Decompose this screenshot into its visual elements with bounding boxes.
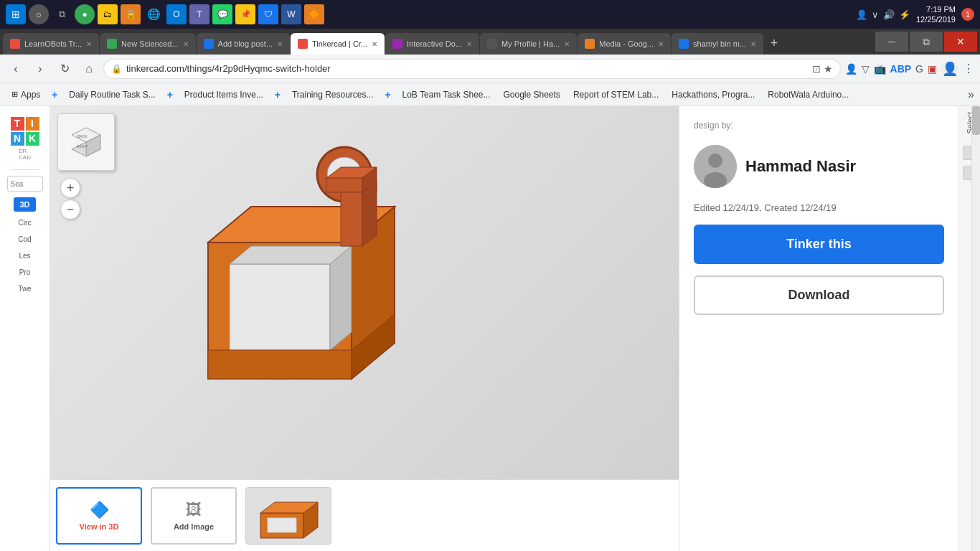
tab-scienced[interactable]: New Scienced... ✕ (100, 33, 195, 55)
right-panel: design by: Hammad Nasir Edited 12/24/19,… (679, 106, 958, 551)
app6-taskbar[interactable]: T (189, 4, 209, 24)
ext-5-icon[interactable]: ▣ (928, 63, 937, 75)
avatar-svg (694, 145, 737, 188)
tab-close-8[interactable]: ✕ (750, 40, 756, 48)
ext-1-icon[interactable]: 👤 (845, 63, 857, 75)
tab-close-4[interactable]: ✕ (372, 40, 377, 48)
sidebar-search[interactable] (7, 176, 43, 192)
apps-icon: ⊞ (11, 90, 18, 99)
ext-4-icon[interactable]: G (915, 63, 923, 75)
chrome2-taskbar[interactable]: 🌐 (143, 4, 164, 24)
tab-tinkercad[interactable]: Tinkercad | Cr... ✕ (291, 33, 385, 55)
chrome-taskbar[interactable]: ● (75, 4, 95, 24)
sidebar-item-cod[interactable]: Cod (15, 234, 34, 245)
ext-3-icon[interactable]: 📺 (874, 63, 886, 75)
tab-close-5[interactable]: ✕ (466, 40, 472, 48)
minimize-button[interactable]: ─ (875, 32, 908, 52)
tab-label-3: Add blog post... (218, 39, 273, 48)
bookmarks-more-button[interactable]: » (968, 88, 974, 101)
designer-name: Hammad Nasir (745, 157, 856, 176)
tab-profile[interactable]: My Profile | Ha... ✕ (480, 33, 577, 55)
reload-button[interactable]: ↻ (55, 59, 75, 79)
bookmark-stem[interactable]: Report of STEM Lab... (567, 86, 664, 103)
network-icon: 👤 (856, 9, 867, 20)
bookmark-plus-3[interactable]: + (270, 88, 285, 102)
bookmark-plus-1[interactable]: + (47, 88, 62, 102)
zoom-out-button[interactable]: − (60, 199, 80, 220)
designer-row: Hammad Nasir (694, 145, 944, 188)
bookmark-plus-4[interactable]: + (381, 88, 395, 102)
tinkercad-logo[interactable]: T I N K ERCAD (7, 113, 43, 164)
cube-nav[interactable]: RIGHT BACK (57, 113, 115, 171)
sticky-taskbar[interactable]: 📌 (235, 4, 255, 24)
task-view-button[interactable]: ⧉ (52, 4, 72, 24)
tab-interactive[interactable]: Interactive Do... ✕ (385, 33, 479, 55)
bookmark-sheets[interactable]: Google Sheets (497, 86, 565, 103)
start-button[interactable]: ⊞ (6, 4, 26, 24)
sidebar-item-twe[interactable]: Twe (15, 283, 34, 294)
viewer-3d[interactable]: RIGHT BACK + − (50, 106, 679, 479)
home-button[interactable]: ⌂ (79, 59, 99, 79)
address-bar[interactable]: 🔒 tinkercad.com/things/4r2p9dHyqmc-switc… (103, 59, 841, 79)
view-in-3d-thumb[interactable]: 🔷 View in 3D (56, 487, 142, 545)
word-taskbar[interactable]: W (281, 4, 301, 24)
ext-2-icon[interactable]: ▽ (862, 63, 870, 75)
download-button[interactable]: Download (694, 276, 944, 315)
scroll-thumb (972, 106, 980, 135)
thumb-preview-3[interactable] (245, 487, 331, 545)
tab-close-2[interactable]: ✕ (183, 40, 189, 48)
bookmark-training[interactable]: Training Resources... (286, 86, 380, 103)
whatsapp-taskbar[interactable]: 💬 (212, 4, 232, 24)
lock-taskbar[interactable]: 🔒 (121, 4, 141, 24)
volume-icon: 🔊 (883, 9, 895, 20)
tab-close-1[interactable]: ✕ (86, 40, 92, 48)
sidebar-item-circ[interactable]: Circ (16, 217, 34, 228)
browser-tabs-bar: LearnOBots Tr... ✕ New Scienced... ✕ Add… (0, 29, 980, 55)
window-controls: ─ ⧉ ✕ (875, 32, 977, 52)
bookmark-daily[interactable]: Daily Routine Task S... (63, 86, 161, 103)
sidebar-item-les[interactable]: Les (16, 250, 33, 261)
bookmark-robotwala[interactable]: RobotWala Arduino... (762, 86, 854, 103)
outlook-taskbar[interactable]: O (166, 4, 187, 24)
tab-blog[interactable]: Add blog post... ✕ (197, 33, 290, 55)
file-taskbar[interactable]: 🗂 (98, 4, 118, 24)
new-tab-button[interactable]: + (764, 33, 784, 53)
tab-favicon-8 (679, 39, 689, 49)
menu-dots-icon[interactable]: ⋮ (963, 62, 974, 75)
back-button[interactable]: ‹ (6, 59, 26, 79)
ext-abp-icon[interactable]: ABP (890, 63, 912, 75)
cube-box[interactable]: RIGHT BACK (57, 113, 115, 171)
close-button[interactable]: ✕ (944, 32, 977, 52)
profile-circle-icon[interactable]: 👤 (941, 60, 958, 77)
battery-icon: ⚡ (899, 9, 910, 20)
tab-close-6[interactable]: ✕ (564, 40, 570, 48)
star-bookmark-icon[interactable]: ★ (824, 63, 833, 75)
zoom-controls: + − (60, 178, 80, 220)
zoom-in-button[interactable]: + (60, 178, 80, 198)
sidebar-3d-button[interactable]: 3D (14, 197, 35, 212)
bookmark-lob[interactable]: LoB Team Task Shee... (397, 86, 496, 103)
bookmark-apps[interactable]: ⊞ Apps (6, 86, 46, 103)
taskbar-clock[interactable]: 7:19 PM 12/25/2019 (916, 4, 956, 25)
notification-icon[interactable]: 1 (961, 8, 974, 21)
sidebar-item-pro[interactable]: Pro (17, 267, 34, 278)
defender-taskbar[interactable]: 🛡 (258, 4, 278, 24)
forward-button[interactable]: › (30, 59, 50, 79)
logo-subtitle: ERCAD (19, 148, 31, 161)
maximize-button[interactable]: ⧉ (910, 32, 943, 52)
screen-cast-icon[interactable]: ⊡ (812, 63, 821, 75)
tab-media[interactable]: Media - Goog... ✕ (578, 33, 671, 55)
bookmark-product[interactable]: Product Items Inve... (179, 86, 269, 103)
add-image-thumb[interactable]: 🖼 Add Image (151, 487, 237, 545)
tab-learnobots[interactable]: LearnOBots Tr... ✕ (3, 33, 99, 55)
tab-close-3[interactable]: ✕ (277, 40, 283, 48)
vlc-taskbar[interactable]: 🔶 (304, 4, 324, 24)
search-taskbar[interactable]: ○ (29, 4, 49, 24)
tab-close-7[interactable]: ✕ (658, 40, 664, 48)
tab-shamyl[interactable]: shamyl bin m... ✕ (672, 33, 763, 55)
bookmark-plus-2[interactable]: + (163, 88, 177, 102)
scroll-right[interactable] (971, 106, 980, 551)
bookmark-hackathons[interactable]: Hackathons, Progra... (666, 86, 760, 103)
tinker-this-button[interactable]: Tinker this (694, 225, 944, 264)
svg-point-26 (708, 154, 722, 168)
